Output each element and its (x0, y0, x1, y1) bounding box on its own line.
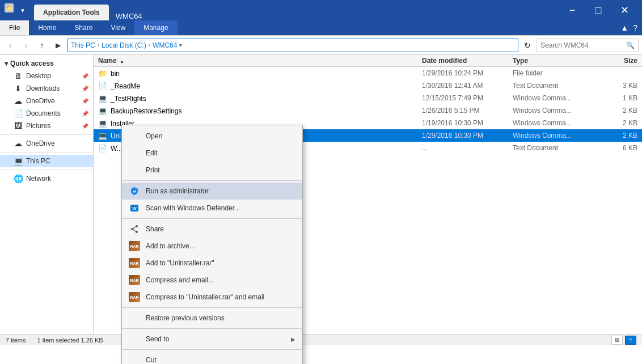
sidebar-item-documents[interactable]: 📄 Documents 📌 (0, 107, 93, 120)
context-menu-item-compress-and-email---[interactable]: RARCompress and email... (122, 272, 302, 289)
context-menu-item-edit[interactable]: Edit (122, 145, 302, 162)
sidebar: ▾ Quick access 🖥 Desktop 📌 ⬇ Downloads 📌… (0, 55, 94, 334)
file-icon: 💻 (98, 119, 107, 128)
tab-file[interactable]: File (0, 20, 29, 35)
tab-share[interactable]: Share (65, 20, 102, 35)
ctx-item-icon (129, 130, 140, 142)
context-menu-item-scan-with-windows-defender---[interactable]: WScan with Windows Defender... (122, 200, 302, 217)
onedrive-icon: ☁ (14, 139, 23, 148)
file-type: Windows Comma... (513, 107, 592, 115)
main-area: ▾ Quick access 🖥 Desktop 📌 ⬇ Downloads 📌… (0, 55, 642, 334)
svg-point-4 (136, 231, 138, 233)
rar-icon: RAR (129, 275, 140, 285)
ctx-item-icon: RAR (129, 274, 140, 286)
file-date: 12/15/2015 7:49 PM (422, 94, 513, 102)
context-menu-item-print[interactable]: Print (122, 162, 302, 179)
minimize-button[interactable]: − (559, 0, 585, 20)
file-type: Windows Comma... (513, 132, 592, 139)
address-path[interactable]: This PC › Local Disk (C:) › WMC64 ▾ (67, 39, 518, 52)
ctx-item-icon (129, 333, 140, 345)
ctx-item-icon (129, 312, 140, 324)
sidebar-item-network[interactable]: 🌐 Network (0, 172, 93, 185)
table-row[interactable]: 📁bin 1/29/2016 10:24 PM File folder (94, 67, 642, 79)
sidebar-item-documents-label: Documents (26, 109, 61, 117)
ctx-item-icon: W (129, 202, 140, 214)
ctx-item-icon (129, 147, 140, 159)
tab-home[interactable]: Home (29, 20, 65, 35)
path-localdisk[interactable]: Local Disk (C:) (102, 41, 146, 49)
context-menu-item-send-to[interactable]: Send to▶ (122, 331, 302, 348)
file-type: Windows Comma... (513, 94, 592, 102)
ctx-item-icon: RAR (129, 291, 140, 303)
large-icons-view-btn[interactable]: ⊞ (611, 336, 623, 345)
file-icon: 📁 (98, 69, 107, 78)
sidebar-item-downloads-label: Downloads (26, 84, 60, 92)
ribbon-collapse-btn[interactable]: ▲ (620, 23, 628, 32)
help-button[interactable]: ? (633, 23, 637, 32)
file-size: 6 KB (592, 144, 637, 152)
search-icon: 🔍 (626, 41, 635, 49)
sidebar-item-pictures[interactable]: 🖼 Pictures 📌 (0, 120, 93, 132)
file-date: 1/26/2016 5:15 PM (422, 107, 513, 115)
sidebar-item-onedrive[interactable]: ☁ OneDrive (0, 137, 93, 150)
quick-access-dropdown[interactable]: ▼ (16, 3, 29, 17)
ribbon: File Home Share View Manage ▲ ? (0, 20, 642, 36)
file-name: 💻BackupRestoreSettings (98, 107, 422, 115)
path-wmc64[interactable]: WMC64 (153, 41, 177, 49)
file-icon: 💻 (98, 94, 107, 103)
rar-icon: RAR (129, 258, 140, 268)
maximize-button[interactable]: □ (585, 0, 611, 20)
quick-access-collapse-icon: ▾ (5, 60, 8, 67)
col-header-type[interactable]: Type (513, 57, 592, 65)
sidebar-item-desktop[interactable]: 🖥 Desktop 📌 (0, 70, 93, 82)
network-icon: 🌐 (14, 174, 23, 183)
ctx-item-label: Run as administrator (146, 187, 295, 195)
back-button[interactable]: ‹ (3, 39, 17, 52)
table-row[interactable]: 💻BackupRestoreSettings 1/26/2016 5:15 PM… (94, 104, 642, 117)
up-button[interactable]: ↑ (35, 39, 49, 52)
context-menu-item-cut[interactable]: Cut (122, 352, 302, 364)
sidebar-item-onedrive-qa-label: OneDrive (26, 97, 55, 105)
pictures-icon: 🖼 (14, 121, 23, 130)
ctx-item-label: Restore previous versions (146, 314, 295, 322)
table-row[interactable]: 📄_ReadMe 1/30/2016 12:41 AM Text Documen… (94, 79, 642, 92)
col-header-name[interactable]: Name ▲ (98, 57, 422, 65)
details-view-btn[interactable]: ≡ (625, 336, 636, 345)
search-input[interactable] (540, 41, 626, 49)
quick-access-header[interactable]: ▾ Quick access (0, 57, 93, 70)
context-menu-item-run-as-administrator[interactable]: Run as administrator (122, 183, 302, 200)
sidebar-item-downloads[interactable]: ⬇ Downloads 📌 (0, 82, 93, 95)
context-menu-item-add-to--uninstaller-rar-[interactable]: RARAdd to "Uninstaller.rar" (122, 255, 302, 272)
context-menu-item-add-to-archive---[interactable]: RARAdd to archive... (122, 238, 302, 255)
pin-icon-5: 📌 (82, 123, 88, 129)
file-type: Text Document (513, 82, 592, 90)
file-size: 3 KB (592, 82, 637, 90)
sidebar-item-onedrive-qa[interactable]: ☁ OneDrive 📌 (0, 95, 93, 107)
context-menu-item-compress-to--uninstaller-rar--and-email[interactable]: RARCompress to "Uninstaller.rar" and ema… (122, 289, 302, 306)
network-section: 🌐 Network (0, 172, 93, 185)
context-menu-item-restore-previous-versions[interactable]: Restore previous versions (122, 310, 302, 327)
sidebar-item-thispc[interactable]: 💻 This PC (0, 155, 93, 167)
ctx-item-icon (129, 223, 140, 235)
close-button[interactable]: ✕ (611, 0, 637, 20)
application-tools-tab[interactable]: Application Tools (34, 5, 109, 20)
quick-access-section: ▾ Quick access 🖥 Desktop 📌 ⬇ Downloads 📌… (0, 57, 93, 132)
tab-manage[interactable]: Manage (134, 20, 177, 35)
ctx-item-label: Scan with Windows Defender... (146, 204, 295, 212)
search-box[interactable]: 🔍 (537, 39, 639, 52)
pin-icon-3: 📌 (82, 98, 88, 104)
table-row[interactable]: 💻_TestRights 12/15/2015 7:49 PM Windows … (94, 92, 642, 104)
tab-view[interactable]: View (102, 20, 134, 35)
path-thispc[interactable]: This PC (71, 41, 95, 49)
refresh-button[interactable]: ↻ (521, 39, 534, 52)
desktop-icon: 🖥 (14, 71, 23, 81)
context-menu-item-open[interactable]: Open (122, 128, 302, 145)
path-icon: ▶ (51, 39, 65, 52)
col-header-date[interactable]: Date modified (422, 57, 513, 65)
col-header-size[interactable]: Size (592, 57, 637, 65)
forward-button[interactable]: › (19, 39, 33, 52)
ctx-item-label: Open (146, 132, 295, 140)
pin-icon-4: 📌 (82, 111, 88, 117)
context-menu-item-share[interactable]: Share (122, 221, 302, 238)
file-icon: 📄 (98, 144, 107, 153)
